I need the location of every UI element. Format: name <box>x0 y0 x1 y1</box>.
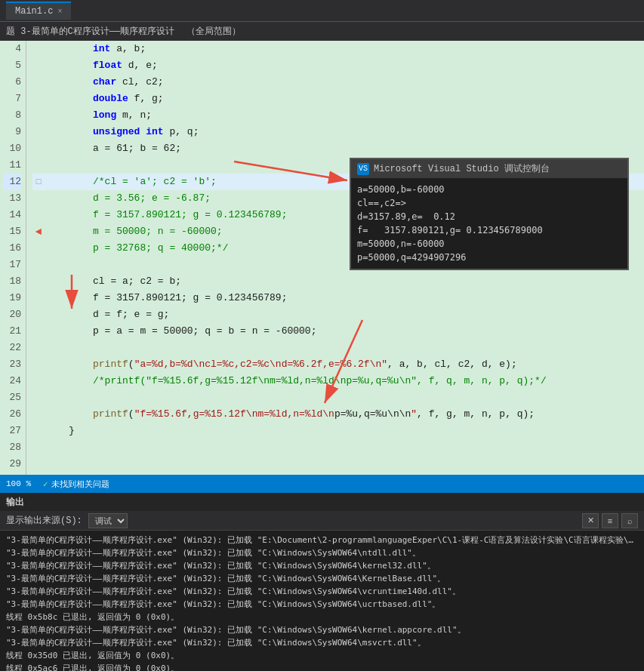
output-line-4: "3-最简单的C程序设计——顺序程序设计.exe" (Win32): 已加载 "… <box>6 572 638 585</box>
code-line-19: f = 3157.890121; g = 0.123456789; <box>32 290 644 306</box>
code-line-24: /*printf("f=%15.6f,g=%15.12f\nm=%ld,n=%l… <box>32 373 644 389</box>
output-line-2: "3-最简单的C程序设计——顺序程序设计.exe" (Win32): 已加载 "… <box>6 546 638 559</box>
output-panel: 输出 显示输出来源(S): 调试 ✕ ≡ ⌕ "3-最简单的C程序设计——顺序程… <box>0 493 644 671</box>
code-line-10: a = 61; b = 62; <box>32 140 644 157</box>
source-label: 显示输出来源(S): <box>6 514 82 527</box>
code-line-5: float d, e; <box>32 57 644 74</box>
code-line-30 <box>32 472 644 475</box>
output-line-9: "3-最简单的C程序设计——顺序程序设计.exe" (Win32): 已加载 "… <box>6 636 638 649</box>
breadcrumb-scope: （全局范围） <box>186 25 241 38</box>
console-line-3: d=3157.89,e= 0.12 <box>357 210 621 223</box>
find-output-button[interactable]: ⌕ <box>621 513 638 528</box>
zoom-level[interactable]: 100 % <box>6 479 31 488</box>
output-line-7: 线程 0x5b8c 已退出, 返回值为 0 (0x0)。 <box>6 611 638 623</box>
output-line-10: 线程 0x35d0 已退出, 返回值为 0 (0x0)。 <box>6 649 638 662</box>
word-wrap-button[interactable]: ≡ <box>602 513 618 528</box>
status-bar: 100 % ✓ 未找到相关问题 <box>0 475 644 493</box>
code-line-9: unsigned int p, q; <box>32 124 644 140</box>
line-numbers: 4 5 6 7 8 9 10 11 12 13 14 15 16 17 18 1… <box>0 41 26 475</box>
code-line-29 <box>32 456 644 472</box>
console-body: a=50000,b=-60000 cl==,c2=> d=3157.89,e= … <box>351 178 627 269</box>
console-line-6: p=50000,q=4294907296 <box>357 251 621 264</box>
code-line-22 <box>32 340 644 356</box>
console-line-2: cl==,c2=> <box>357 196 621 210</box>
code-line-27: } <box>32 423 644 439</box>
code-line-21: p = a = m = 50000; q = b = n = -60000; <box>32 323 644 340</box>
code-line-23: printf("a=%d,b=%d\ncl=%c,c2=%c\nd=%6.2f,… <box>32 356 644 373</box>
code-line-28 <box>32 439 644 456</box>
no-issues-status: ✓ 未找到相关问题 <box>43 479 109 490</box>
output-line-6: "3-最简单的C程序设计——顺序程序设计.exe" (Win32): 已加载 "… <box>6 598 638 611</box>
output-line-3: "3-最简单的C程序设计——顺序程序设计.exe" (Win32): 已加载 "… <box>6 559 638 572</box>
console-icon: VS <box>357 163 369 175</box>
clear-output-button[interactable]: ✕ <box>582 513 599 528</box>
output-line-8: "3-最简单的C程序设计——顺序程序设计.exe" (Win32): 已加载 "… <box>6 623 638 636</box>
output-title: 输出 <box>6 496 24 509</box>
tab-close-button[interactable]: × <box>57 8 62 16</box>
output-header: 输出 <box>0 493 644 511</box>
console-line-4: f= 3157.890121,g= 0.123456789000 <box>357 223 621 237</box>
breadcrumb-bar: 题 3-最简单的C程序设计——顺序程序设计 （全局范围） <box>0 21 644 41</box>
file-tab[interactable]: Main1.c × <box>6 2 71 20</box>
output-source-select[interactable]: 调试 <box>88 513 128 528</box>
console-title-bar: VS Microsoft Visual Studio 调试控制台 <box>351 159 627 178</box>
output-toolbar: 显示输出来源(S): 调试 ✕ ≡ ⌕ <box>0 511 644 531</box>
output-line-1: "3-最简单的C程序设计——顺序程序设计.exe" (Win32): 已加载 "… <box>6 534 638 546</box>
zoom-value: 100 % <box>6 479 31 488</box>
code-line-26: printf("f=%15.6f,g=%15.12f\nm=%ld,n=%ld\… <box>32 406 644 423</box>
tab-bar: Main1.c × <box>0 0 644 21</box>
code-line-8: long m, n; <box>32 107 644 124</box>
tab-filename: Main1.c <box>15 6 53 17</box>
code-line-20: d = f; e = g; <box>32 306 644 323</box>
console-title: Microsoft Visual Studio 调试控制台 <box>374 162 550 175</box>
editor-area: 4 5 6 7 8 9 10 11 12 13 14 15 16 17 18 1… <box>0 41 644 475</box>
output-body: "3-最简单的C程序设计——顺序程序设计.exe" (Win32): 已加载 "… <box>0 531 644 671</box>
code-line-4: int a, b; <box>32 41 644 57</box>
gutter-4 <box>32 41 45 57</box>
no-issues-text: 未找到相关问题 <box>51 479 109 490</box>
console-line-1: a=50000,b=-60000 <box>357 183 621 196</box>
console-line-5: m=50000,n=-60000 <box>357 237 621 251</box>
code-line-25 <box>32 389 644 406</box>
output-line-5: "3-最简单的C程序设计——顺序程序设计.exe" (Win32): 已加载 "… <box>6 585 638 598</box>
console-popup: VS Microsoft Visual Studio 调试控制台 a=50000… <box>350 158 629 270</box>
breadcrumb-path[interactable]: 题 3-最简单的C程序设计——顺序程序设计 <box>6 25 174 38</box>
code-line-6: char cl, c2; <box>32 74 644 91</box>
code-line-18: cl = a; c2 = b; <box>32 273 644 290</box>
code-line-7: double f, g; <box>32 91 644 107</box>
status-checkmark: ✓ <box>43 479 48 489</box>
